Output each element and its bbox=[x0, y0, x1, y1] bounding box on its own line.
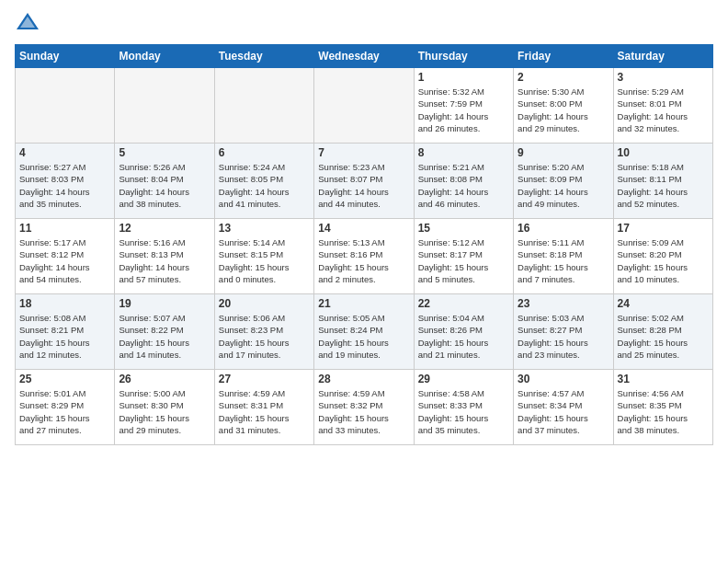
day-number: 4 bbox=[19, 146, 110, 159]
day-cell: 17Sunrise: 5:09 AM Sunset: 8:20 PM Dayli… bbox=[613, 219, 712, 294]
day-info: Sunrise: 4:59 AM Sunset: 8:32 PM Dayligh… bbox=[318, 387, 409, 436]
day-number: 2 bbox=[518, 71, 609, 84]
day-number: 27 bbox=[219, 373, 310, 385]
day-info: Sunrise: 5:01 AM Sunset: 8:29 PM Dayligh… bbox=[19, 387, 110, 436]
day-cell: 8Sunrise: 5:21 AM Sunset: 8:08 PM Daylig… bbox=[414, 144, 513, 219]
day-cell: 10Sunrise: 5:18 AM Sunset: 8:11 PM Dayli… bbox=[613, 144, 712, 219]
day-number: 7 bbox=[318, 146, 409, 159]
day-number: 5 bbox=[119, 146, 210, 159]
day-info: Sunrise: 5:26 AM Sunset: 8:04 PM Dayligh… bbox=[119, 161, 210, 210]
weekday-monday: Monday bbox=[115, 45, 214, 68]
day-number: 26 bbox=[119, 373, 210, 385]
day-cell: 31Sunrise: 4:56 AM Sunset: 8:35 PM Dayli… bbox=[613, 370, 712, 445]
week-row-3: 11Sunrise: 5:17 AM Sunset: 8:12 PM Dayli… bbox=[16, 219, 713, 294]
day-number: 29 bbox=[418, 373, 509, 385]
day-cell bbox=[214, 68, 313, 144]
week-row-5: 25Sunrise: 5:01 AM Sunset: 8:29 PM Dayli… bbox=[16, 370, 713, 445]
day-info: Sunrise: 5:14 AM Sunset: 8:15 PM Dayligh… bbox=[219, 236, 310, 285]
day-cell: 21Sunrise: 5:05 AM Sunset: 8:24 PM Dayli… bbox=[314, 294, 414, 370]
day-info: Sunrise: 5:07 AM Sunset: 8:22 PM Dayligh… bbox=[119, 312, 210, 361]
header bbox=[15, 11, 713, 37]
day-info: Sunrise: 5:00 AM Sunset: 8:30 PM Dayligh… bbox=[119, 387, 210, 436]
day-info: Sunrise: 5:08 AM Sunset: 8:21 PM Dayligh… bbox=[19, 312, 110, 361]
day-cell: 12Sunrise: 5:16 AM Sunset: 8:13 PM Dayli… bbox=[115, 219, 214, 294]
day-number: 15 bbox=[418, 222, 509, 235]
day-cell: 24Sunrise: 5:02 AM Sunset: 8:28 PM Dayli… bbox=[613, 294, 712, 370]
day-info: Sunrise: 4:57 AM Sunset: 8:34 PM Dayligh… bbox=[518, 387, 609, 436]
day-info: Sunrise: 5:03 AM Sunset: 8:27 PM Dayligh… bbox=[518, 312, 609, 361]
weekday-wednesday: Wednesday bbox=[314, 45, 414, 68]
day-info: Sunrise: 4:59 AM Sunset: 8:31 PM Dayligh… bbox=[219, 387, 310, 436]
day-info: Sunrise: 5:12 AM Sunset: 8:17 PM Dayligh… bbox=[418, 236, 509, 285]
logo-icon bbox=[15, 11, 40, 37]
day-number: 20 bbox=[219, 297, 310, 310]
day-info: Sunrise: 5:18 AM Sunset: 8:11 PM Dayligh… bbox=[618, 161, 709, 210]
day-cell: 29Sunrise: 4:58 AM Sunset: 8:33 PM Dayli… bbox=[414, 370, 513, 445]
day-cell: 26Sunrise: 5:00 AM Sunset: 8:30 PM Dayli… bbox=[115, 370, 214, 445]
day-info: Sunrise: 5:09 AM Sunset: 8:20 PM Dayligh… bbox=[618, 236, 709, 285]
day-number: 30 bbox=[518, 373, 609, 385]
day-number: 12 bbox=[119, 222, 210, 235]
day-number: 10 bbox=[618, 146, 709, 159]
day-info: Sunrise: 5:24 AM Sunset: 8:05 PM Dayligh… bbox=[219, 161, 310, 210]
day-number: 28 bbox=[318, 373, 409, 385]
day-info: Sunrise: 5:17 AM Sunset: 8:12 PM Dayligh… bbox=[19, 236, 110, 285]
calendar-table: SundayMondayTuesdayWednesdayThursdayFrid… bbox=[15, 44, 713, 445]
week-row-2: 4Sunrise: 5:27 AM Sunset: 8:03 PM Daylig… bbox=[16, 144, 713, 219]
day-info: Sunrise: 5:05 AM Sunset: 8:24 PM Dayligh… bbox=[318, 312, 409, 361]
day-number: 23 bbox=[518, 297, 609, 310]
day-cell: 30Sunrise: 4:57 AM Sunset: 8:34 PM Dayli… bbox=[514, 370, 613, 445]
day-cell: 16Sunrise: 5:11 AM Sunset: 8:18 PM Dayli… bbox=[514, 219, 613, 294]
day-number: 9 bbox=[518, 146, 609, 159]
day-cell: 3Sunrise: 5:29 AM Sunset: 8:01 PM Daylig… bbox=[613, 68, 712, 144]
day-cell bbox=[16, 68, 115, 144]
week-row-1: 1Sunrise: 5:32 AM Sunset: 7:59 PM Daylig… bbox=[16, 68, 713, 144]
day-cell: 1Sunrise: 5:32 AM Sunset: 7:59 PM Daylig… bbox=[414, 68, 513, 144]
day-number: 13 bbox=[219, 222, 310, 235]
day-cell: 11Sunrise: 5:17 AM Sunset: 8:12 PM Dayli… bbox=[16, 219, 115, 294]
day-number: 8 bbox=[418, 146, 509, 159]
day-cell: 27Sunrise: 4:59 AM Sunset: 8:31 PM Dayli… bbox=[214, 370, 313, 445]
day-cell: 22Sunrise: 5:04 AM Sunset: 8:26 PM Dayli… bbox=[414, 294, 513, 370]
day-cell: 23Sunrise: 5:03 AM Sunset: 8:27 PM Dayli… bbox=[514, 294, 613, 370]
weekday-saturday: Saturday bbox=[613, 45, 712, 68]
day-cell: 4Sunrise: 5:27 AM Sunset: 8:03 PM Daylig… bbox=[16, 144, 115, 219]
day-info: Sunrise: 4:58 AM Sunset: 8:33 PM Dayligh… bbox=[418, 387, 509, 436]
day-info: Sunrise: 5:21 AM Sunset: 8:08 PM Dayligh… bbox=[418, 161, 509, 210]
day-cell: 5Sunrise: 5:26 AM Sunset: 8:04 PM Daylig… bbox=[115, 144, 214, 219]
weekday-sunday: Sunday bbox=[16, 45, 115, 68]
day-info: Sunrise: 5:32 AM Sunset: 7:59 PM Dayligh… bbox=[418, 86, 509, 134]
day-info: Sunrise: 5:04 AM Sunset: 8:26 PM Dayligh… bbox=[418, 312, 509, 361]
day-cell bbox=[115, 68, 214, 144]
day-number: 3 bbox=[618, 71, 709, 84]
calendar-container: SundayMondayTuesdayWednesdayThursdayFrid… bbox=[0, 0, 728, 563]
day-number: 1 bbox=[418, 71, 509, 84]
day-info: Sunrise: 5:11 AM Sunset: 8:18 PM Dayligh… bbox=[518, 236, 609, 285]
day-cell: 2Sunrise: 5:30 AM Sunset: 8:00 PM Daylig… bbox=[514, 68, 613, 144]
day-cell: 19Sunrise: 5:07 AM Sunset: 8:22 PM Dayli… bbox=[115, 294, 214, 370]
day-info: Sunrise: 5:13 AM Sunset: 8:16 PM Dayligh… bbox=[318, 236, 409, 285]
day-number: 25 bbox=[19, 373, 110, 385]
day-info: Sunrise: 5:23 AM Sunset: 8:07 PM Dayligh… bbox=[318, 161, 409, 210]
day-cell: 15Sunrise: 5:12 AM Sunset: 8:17 PM Dayli… bbox=[414, 219, 513, 294]
day-cell: 20Sunrise: 5:06 AM Sunset: 8:23 PM Dayli… bbox=[214, 294, 313, 370]
day-cell: 9Sunrise: 5:20 AM Sunset: 8:09 PM Daylig… bbox=[514, 144, 613, 219]
day-number: 6 bbox=[219, 146, 310, 159]
logo bbox=[15, 11, 44, 37]
day-info: Sunrise: 5:30 AM Sunset: 8:00 PM Dayligh… bbox=[518, 86, 609, 134]
day-number: 14 bbox=[318, 222, 409, 235]
weekday-friday: Friday bbox=[514, 45, 613, 68]
day-info: Sunrise: 5:20 AM Sunset: 8:09 PM Dayligh… bbox=[518, 161, 609, 210]
day-number: 22 bbox=[418, 297, 509, 310]
day-number: 31 bbox=[618, 373, 709, 385]
day-number: 24 bbox=[618, 297, 709, 310]
week-row-4: 18Sunrise: 5:08 AM Sunset: 8:21 PM Dayli… bbox=[16, 294, 713, 370]
day-info: Sunrise: 5:27 AM Sunset: 8:03 PM Dayligh… bbox=[19, 161, 110, 210]
weekday-thursday: Thursday bbox=[414, 45, 513, 68]
day-number: 11 bbox=[19, 222, 110, 235]
weekday-tuesday: Tuesday bbox=[214, 45, 313, 68]
day-cell: 28Sunrise: 4:59 AM Sunset: 8:32 PM Dayli… bbox=[314, 370, 414, 445]
day-info: Sunrise: 4:56 AM Sunset: 8:35 PM Dayligh… bbox=[618, 387, 709, 436]
day-number: 17 bbox=[618, 222, 709, 235]
day-cell: 14Sunrise: 5:13 AM Sunset: 8:16 PM Dayli… bbox=[314, 219, 414, 294]
